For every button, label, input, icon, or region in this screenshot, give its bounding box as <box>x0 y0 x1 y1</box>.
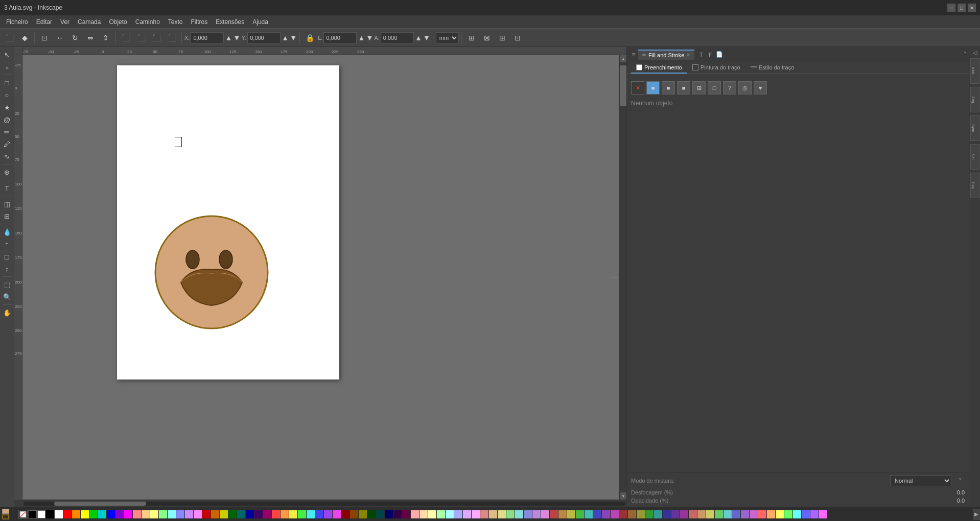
palette-color-80[interactable] <box>741 510 749 518</box>
toolbar-l-input[interactable] <box>323 32 357 43</box>
tool-star[interactable]: ★ <box>2 102 13 113</box>
toolbar-flip-h-btn[interactable]: ⇔ <box>83 31 98 45</box>
palette-color-17[interactable] <box>194 510 202 518</box>
palette-white[interactable] <box>37 510 45 518</box>
tool-select[interactable]: ↖ <box>2 49 13 60</box>
menu-texto[interactable]: Texto <box>164 17 187 27</box>
palette-color-35[interactable] <box>350 510 358 518</box>
palette-color-88[interactable] <box>810 510 819 518</box>
menu-ficheiro[interactable]: Ficheiro <box>2 17 32 27</box>
palette-color-72[interactable] <box>671 510 680 518</box>
palette-color-38[interactable] <box>376 510 384 518</box>
far-right-btn-1[interactable]: ◁ <box>970 48 979 57</box>
toolbar-align-center-btn[interactable]: ⬛ <box>134 31 148 45</box>
palette-color-15[interactable] <box>176 510 184 518</box>
palette-color-45[interactable] <box>437 510 445 518</box>
menu-objeto[interactable]: Objeto <box>105 17 131 27</box>
palette-color-84[interactable] <box>776 510 784 518</box>
palette-black[interactable] <box>29 510 37 518</box>
far-right-panel-xml[interactable]: XML <box>970 58 979 84</box>
palette-color-1[interactable] <box>55 510 63 518</box>
tool-connector[interactable]: ↕ <box>2 263 13 274</box>
palette-color-16[interactable] <box>185 510 193 518</box>
palette-color-79[interactable] <box>732 510 740 518</box>
toolbar-y-input[interactable] <box>247 32 281 43</box>
palette-color-71[interactable] <box>663 510 671 518</box>
palette-color-37[interactable] <box>367 510 376 518</box>
palette-color-61[interactable] <box>576 510 584 518</box>
toolbar-transform-btn[interactable]: ↔ <box>53 31 67 45</box>
toolbar-snap-3[interactable]: ⊞ <box>495 31 509 45</box>
palette-color-25[interactable] <box>263 510 271 518</box>
palette-color-47[interactable] <box>454 510 462 518</box>
toolbar-align-left-btn[interactable]: ⬛ <box>119 31 133 45</box>
menu-caminho[interactable]: Caminho <box>131 17 164 27</box>
palette-color-76[interactable] <box>706 510 714 518</box>
palette-color-81[interactable] <box>750 510 758 518</box>
palette-color-56[interactable] <box>532 510 541 518</box>
toolbar-a-down[interactable]: ▼ <box>423 31 430 45</box>
toolbar-lock-btn[interactable]: 🔒 <box>302 31 317 45</box>
menu-editar[interactable]: Editar <box>32 17 56 27</box>
toolbar-l-up[interactable]: ▲ <box>358 31 365 45</box>
palette-color-55[interactable] <box>524 510 532 518</box>
palette-color-32[interactable] <box>324 510 332 518</box>
fill-flat-btn[interactable]: ■ <box>646 81 660 94</box>
toolbar-a-up[interactable]: ▲ <box>415 31 422 45</box>
tool-eraser[interactable]: ◻ <box>2 251 13 262</box>
palette-color-66[interactable] <box>619 510 627 518</box>
tool-node[interactable]: ⬦ <box>2 61 13 73</box>
palette-color-57[interactable] <box>541 510 549 518</box>
palette-color-48[interactable] <box>463 510 471 518</box>
fill-heart-btn[interactable]: ♥ <box>754 81 767 94</box>
tab-f-btn[interactable]: F <box>706 50 715 59</box>
palette-color-29[interactable] <box>298 510 306 518</box>
palette-color-63[interactable] <box>593 510 601 518</box>
toolbar-snap-1[interactable]: ⊞ <box>464 31 479 45</box>
palette-color-54[interactable] <box>515 510 523 518</box>
fill-none-btn[interactable]: ✕ <box>631 81 644 94</box>
palette-color-52[interactable] <box>498 510 506 518</box>
toolbar-x-down[interactable]: ▼ <box>233 31 240 45</box>
palette-color-19[interactable] <box>211 510 219 518</box>
palette-color-85[interactable] <box>784 510 792 518</box>
palette-color-14[interactable] <box>168 510 176 518</box>
close-button[interactable]: ✕ <box>968 4 976 12</box>
palette-color-5[interactable] <box>89 510 98 518</box>
palette-color-59[interactable] <box>558 510 567 518</box>
palette-color-64[interactable] <box>602 510 610 518</box>
palette-color-82[interactable] <box>758 510 766 518</box>
palette-color-46[interactable] <box>446 510 454 518</box>
toolbar-unit-select[interactable]: mm px cm <box>436 32 459 43</box>
tool-mesh[interactable]: ⊞ <box>2 210 13 222</box>
fill-pattern-btn[interactable]: □ <box>708 81 721 94</box>
palette-color-67[interactable] <box>628 510 636 518</box>
scroll-thumb-v[interactable] <box>620 65 626 106</box>
tool-measure[interactable]: ⬚ <box>2 279 13 290</box>
palette-color-21[interactable] <box>228 510 237 518</box>
toolbar-a-input[interactable] <box>381 32 414 43</box>
palette-color-42[interactable] <box>411 510 419 518</box>
palette-color-27[interactable] <box>281 510 289 518</box>
far-right-panel-exp[interactable]: Exp <box>970 173 979 198</box>
palette-color-6[interactable] <box>98 510 106 518</box>
palette-scroll-right[interactable]: ▶ <box>973 509 980 520</box>
palette-color-3[interactable] <box>72 510 80 518</box>
palette-color-26[interactable] <box>272 510 280 518</box>
minimize-button[interactable]: ─ <box>947 4 955 12</box>
toolbar-align-top-btn[interactable]: ⬛ <box>165 31 179 45</box>
palette-color-50[interactable] <box>480 510 488 518</box>
tool-rect[interactable]: □ <box>2 77 13 88</box>
palette-color-33[interactable] <box>333 510 341 518</box>
palette-color-2[interactable] <box>63 510 72 518</box>
toolbar-snap-4[interactable]: ⊡ <box>510 31 525 45</box>
palette-color-9[interactable] <box>124 510 132 518</box>
tab-page-btn[interactable]: 📄 <box>715 50 724 59</box>
fill-swatch-btn[interactable]: ◎ <box>738 81 752 94</box>
panel-chevron-btn[interactable]: ˅ <box>964 51 967 58</box>
fill-color-swatch[interactable] <box>2 509 9 514</box>
scrollbar-horizontal[interactable] <box>22 500 626 507</box>
scrollbar-h-thumb[interactable] <box>54 502 146 506</box>
tool-calligraphy[interactable]: ∿ <box>2 151 13 162</box>
palette-color-78[interactable] <box>724 510 732 518</box>
